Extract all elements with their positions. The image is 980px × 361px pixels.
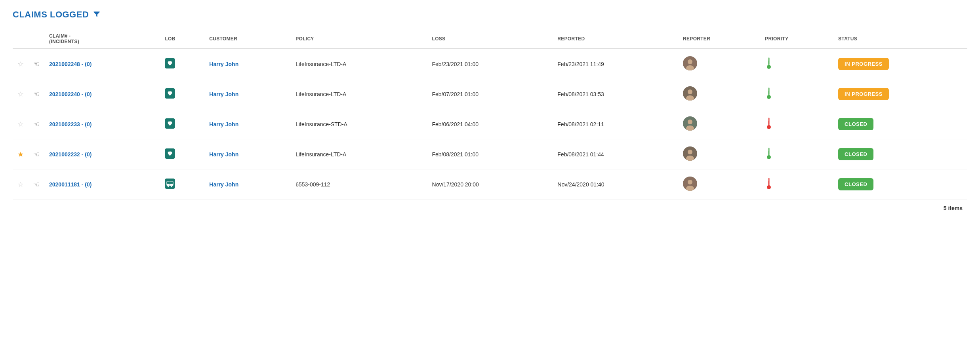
status-badge: CLOSED — [838, 148, 873, 160]
star-toggle[interactable]: ☆ — [17, 90, 24, 98]
priority-thermometer — [765, 122, 773, 131]
col-lob: LOB — [160, 29, 204, 49]
svg-point-40 — [688, 180, 692, 184]
reported-date: Feb/23/2021 11:49 — [557, 61, 604, 67]
svg-rect-7 — [768, 61, 769, 67]
col-reporter: REPORTER — [678, 29, 760, 49]
customer-link[interactable]: Harry John — [209, 151, 238, 158]
col-priority: PRIORITY — [760, 29, 833, 49]
col-customer: CUSTOMER — [204, 29, 291, 49]
table-row: ★ ☜ 2021002232 - (0) Harry John LifeInsu… — [13, 139, 967, 169]
reporter-avatar — [683, 146, 697, 161]
reporter-avatar — [683, 56, 697, 70]
claim-number-link[interactable]: 2021002240 - (0) — [49, 91, 92, 97]
priority-thermometer — [765, 182, 773, 192]
reported-date: Nov/24/2020 01:40 — [557, 181, 604, 188]
table-row: ☆ ☜ 2021002240 - (0) Harry John LifeInsu… — [13, 79, 967, 109]
loss-date: Feb/23/2021 01:00 — [432, 61, 479, 67]
col-hand — [29, 29, 44, 49]
reported-date: Feb/08/2021 02:11 — [557, 121, 604, 127]
priority-thermometer — [765, 152, 773, 162]
col-policy: POLICY — [291, 29, 427, 49]
claim-number-link[interactable]: 2021002248 - (0) — [49, 61, 92, 67]
action-hand[interactable]: ☜ — [33, 150, 40, 158]
claims-table: CLAIM# -(INCIDENTS) LOB CUSTOMER POLICY … — [13, 29, 967, 217]
priority-thermometer — [765, 61, 773, 71]
status-badge: IN PROGRESS — [838, 88, 889, 100]
reporter-avatar — [683, 116, 697, 131]
col-status: STATUS — [833, 29, 967, 49]
col-reported: REPORTED — [553, 29, 678, 49]
policy-text: LifeInsurance-STD-A — [296, 121, 347, 127]
table-row: ☆ ☜ 2020011181 - (0) Harry John 6553-009… — [13, 169, 967, 200]
policy-text: LifeInsurance-LTD-A — [296, 61, 346, 67]
col-star — [13, 29, 29, 49]
lob-icon-heart — [165, 88, 175, 99]
col-claim: CLAIM# -(INCIDENTS) — [44, 29, 160, 49]
svg-point-10 — [688, 89, 692, 94]
table-row: ☆ ☜ 2021002248 - (0) Harry John LifeInsu… — [13, 49, 967, 79]
items-count: 5 items — [13, 200, 967, 217]
policy-text: LifeInsurance-LTD-A — [296, 91, 346, 97]
svg-rect-31 — [768, 151, 769, 157]
svg-point-26 — [688, 150, 692, 154]
action-hand[interactable]: ☜ — [33, 120, 40, 128]
star-toggle[interactable]: ☆ — [17, 120, 24, 128]
priority-thermometer — [765, 91, 773, 101]
claim-number-link[interactable]: 2020011181 - (0) — [49, 181, 92, 188]
policy-text: 6553-009-112 — [296, 181, 330, 188]
action-hand[interactable]: ☜ — [33, 60, 40, 68]
lob-icon-heart — [165, 148, 175, 159]
status-badge: CLOSED — [838, 178, 873, 190]
loss-date: Feb/06/2021 04:00 — [432, 121, 479, 127]
status-badge: IN PROGRESS — [838, 58, 889, 70]
customer-link[interactable]: Harry John — [209, 61, 238, 67]
reported-date: Feb/08/2021 01:44 — [557, 151, 604, 158]
svg-point-36 — [171, 186, 172, 187]
svg-rect-38 — [167, 184, 174, 184]
reporter-avatar — [683, 177, 697, 191]
star-toggle[interactable]: ★ — [17, 150, 24, 158]
svg-point-18 — [688, 120, 692, 124]
status-badge: CLOSED — [838, 118, 873, 130]
claim-number-link[interactable]: 2021002232 - (0) — [49, 151, 92, 158]
customer-link[interactable]: Harry John — [209, 91, 238, 97]
reporter-avatar — [683, 86, 697, 101]
policy-text: LifeInsurance-LTD-A — [296, 151, 346, 158]
lob-icon-heart — [165, 58, 175, 68]
page-header: CLAIMS LOGGED — [13, 10, 967, 20]
col-loss: LOSS — [427, 29, 553, 49]
svg-point-2 — [688, 59, 692, 64]
table-row: ☆ ☜ 2021002233 - (0) Harry John LifeInsu… — [13, 109, 967, 139]
star-toggle[interactable]: ☆ — [17, 60, 24, 68]
action-hand[interactable]: ☜ — [33, 90, 40, 98]
page-title: CLAIMS LOGGED — [13, 10, 89, 20]
loss-date: Nov/17/2020 20:00 — [432, 181, 479, 188]
customer-link[interactable]: Harry John — [209, 181, 238, 188]
table-body: ☆ ☜ 2021002248 - (0) Harry John LifeInsu… — [13, 49, 967, 200]
svg-point-35 — [168, 186, 169, 187]
reported-date: Feb/08/2021 03:53 — [557, 91, 604, 97]
loss-date: Feb/07/2021 01:00 — [432, 91, 479, 97]
lob-icon-heart — [165, 118, 175, 129]
table-footer: 5 items — [13, 200, 967, 217]
table-header: CLAIM# -(INCIDENTS) LOB CUSTOMER POLICY … — [13, 29, 967, 49]
star-toggle[interactable]: ☆ — [17, 180, 24, 188]
svg-rect-15 — [768, 91, 769, 97]
svg-rect-23 — [768, 121, 769, 127]
lob-icon-bus — [165, 179, 175, 189]
claim-number-link[interactable]: 2021002233 - (0) — [49, 121, 92, 127]
loss-date: Feb/08/2021 01:00 — [432, 151, 479, 158]
customer-link[interactable]: Harry John — [209, 121, 238, 127]
svg-rect-45 — [768, 181, 769, 187]
action-hand[interactable]: ☜ — [33, 180, 40, 188]
filter-icon[interactable] — [93, 10, 101, 20]
